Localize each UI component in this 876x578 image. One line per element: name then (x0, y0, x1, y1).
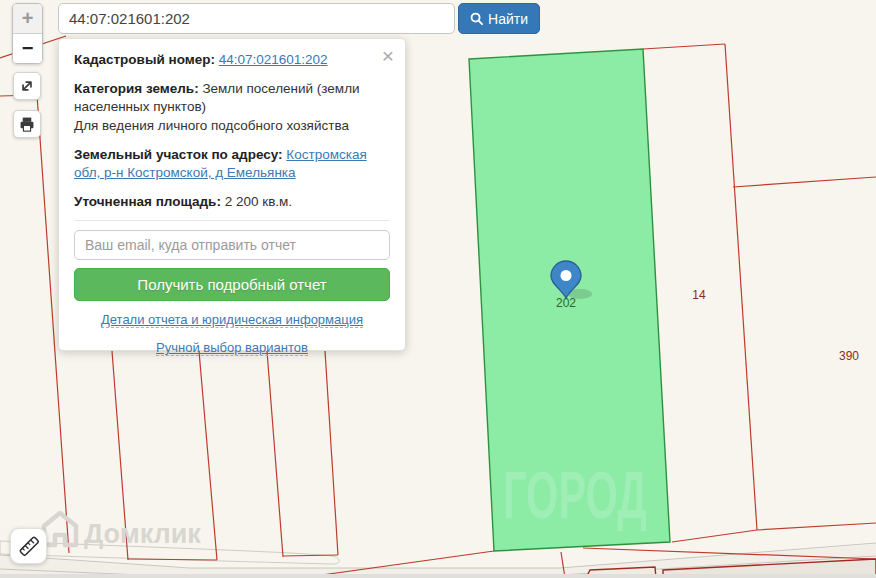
bottom-strip (0, 574, 876, 578)
fullscreen-icon (16, 75, 38, 97)
report-details-link[interactable]: Детали отчета и юридическая информация (74, 311, 390, 329)
cadastral-number-row: Кадастровый номер: 44:07:021601:202 (74, 51, 390, 70)
area-value: 2 200 кв.м. (225, 194, 292, 209)
cadastral-number-label: Кадастровый номер: (74, 52, 215, 67)
find-button[interactable]: Найти (458, 3, 540, 34)
report-details-link-label: Детали отчета и юридическая информация (101, 312, 363, 328)
city-watermark: ГОРОД (503, 458, 647, 533)
zoom-control-group: + − (12, 3, 43, 64)
ruler-icon (15, 532, 43, 560)
cadastral-number-link[interactable]: 44:07:021601:202 (219, 52, 328, 67)
manual-select-link-label: Ручной выбор вариантов (156, 340, 308, 356)
email-field[interactable] (74, 230, 390, 260)
manual-select-link[interactable]: Ручной выбор вариантов (74, 339, 390, 357)
land-use-note: Для ведения личного подсобного хозяйства (74, 118, 349, 133)
land-category-row: Категория земель: Земли поселений (земли… (74, 80, 390, 136)
print-button[interactable] (13, 110, 41, 138)
area-label: Уточненная площадь: (74, 194, 221, 209)
printer-icon (17, 114, 37, 134)
close-icon[interactable]: × (382, 45, 394, 66)
zoom-out-button[interactable]: − (13, 34, 42, 63)
address-label: Земельный участок по адресу: (74, 147, 283, 162)
area-row: Уточненная площадь: 2 200 кв.м. (74, 193, 390, 212)
search-input[interactable] (58, 3, 455, 34)
search-icon (470, 12, 483, 25)
parcel-info-popup: × Кадастровый номер: 44:07:021601:202 Ка… (58, 38, 406, 351)
get-report-button[interactable]: Получить подробный отчет (74, 268, 390, 301)
address-row: Земельный участок по адресу: Костромская… (74, 146, 390, 183)
find-button-label: Найти (488, 11, 528, 27)
popup-divider (74, 220, 390, 221)
cadastral-map-app: ГОРОД 202 14 390 Домклик + − (0, 0, 876, 578)
measure-button[interactable] (10, 528, 47, 564)
parcel-202-label: 202 (556, 296, 576, 310)
parcel-390-label: 390 (839, 349, 859, 363)
svg-text:Домклик: Домклик (84, 519, 201, 549)
land-category-label: Категория земель: (74, 81, 199, 96)
parcel-14-label: 14 (692, 288, 706, 302)
zoom-in-button[interactable]: + (13, 4, 42, 34)
svg-text:ГОРОД: ГОРОД (503, 458, 647, 533)
fullscreen-button[interactable] (13, 72, 41, 100)
